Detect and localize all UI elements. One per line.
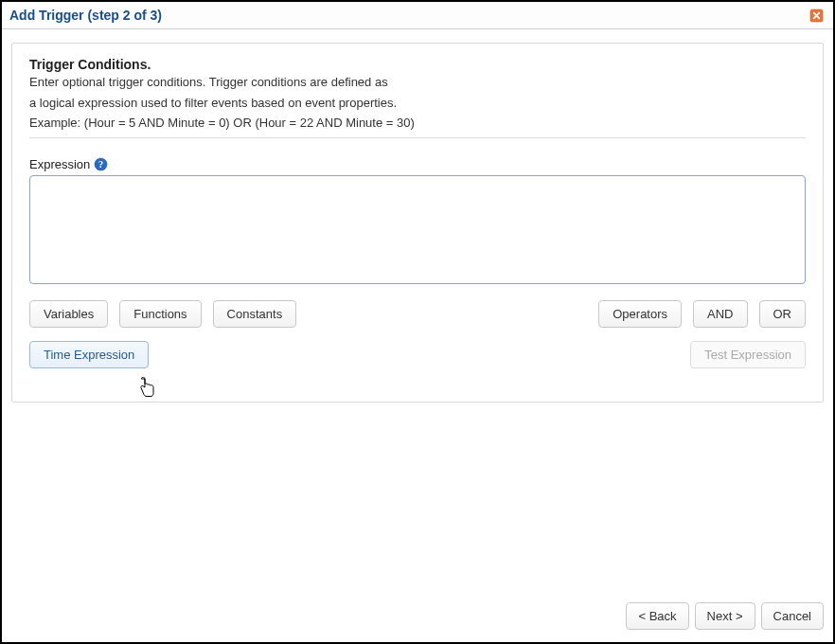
close-icon[interactable] bbox=[808, 8, 824, 23]
operators-button[interactable]: Operators bbox=[598, 300, 682, 328]
builder-buttons-right: Operators AND OR bbox=[598, 300, 806, 328]
expression-label-row: Expression ? bbox=[29, 157, 806, 171]
variables-button[interactable]: Variables bbox=[29, 300, 108, 328]
section-desc-2: a logical expression used to filter even… bbox=[29, 95, 806, 112]
builder-button-row: Variables Functions Constants Operators … bbox=[29, 300, 806, 328]
dialog-body: Trigger Conditions. Enter optional trigg… bbox=[2, 29, 833, 639]
constants-button[interactable]: Constants bbox=[213, 300, 297, 328]
help-icon[interactable]: ? bbox=[94, 157, 108, 171]
and-button[interactable]: AND bbox=[693, 300, 747, 328]
expression-input[interactable] bbox=[29, 175, 806, 284]
or-button[interactable]: OR bbox=[759, 300, 807, 328]
expression-label: Expression bbox=[29, 157, 90, 171]
functions-button[interactable]: Functions bbox=[119, 300, 201, 328]
time-expression-button[interactable]: Time Expression bbox=[29, 341, 149, 368]
section-heading: Trigger Conditions. bbox=[29, 57, 806, 72]
svg-text:?: ? bbox=[98, 159, 103, 170]
dialog-header: Add Trigger (step 2 of 3) bbox=[2, 2, 833, 29]
next-button[interactable]: Next > bbox=[695, 602, 755, 630]
builder-buttons-left: Variables Functions Constants bbox=[29, 300, 296, 328]
back-button[interactable]: < Back bbox=[626, 602, 688, 630]
section-desc-3: Example: (Hour = 5 AND Minute = 0) OR (H… bbox=[29, 115, 806, 132]
expression-button-row: Time Expression Test Expression bbox=[29, 341, 806, 368]
cancel-button[interactable]: Cancel bbox=[761, 602, 824, 630]
dialog-title: Add Trigger (step 2 of 3) bbox=[9, 8, 162, 23]
section-desc-1: Enter optional trigger conditions. Trigg… bbox=[29, 74, 806, 91]
test-expression-button: Test Expression bbox=[690, 341, 806, 368]
content-panel: Trigger Conditions. Enter optional trigg… bbox=[11, 43, 824, 402]
divider bbox=[29, 137, 806, 138]
dialog-footer: < Back Next > Cancel bbox=[626, 602, 824, 630]
